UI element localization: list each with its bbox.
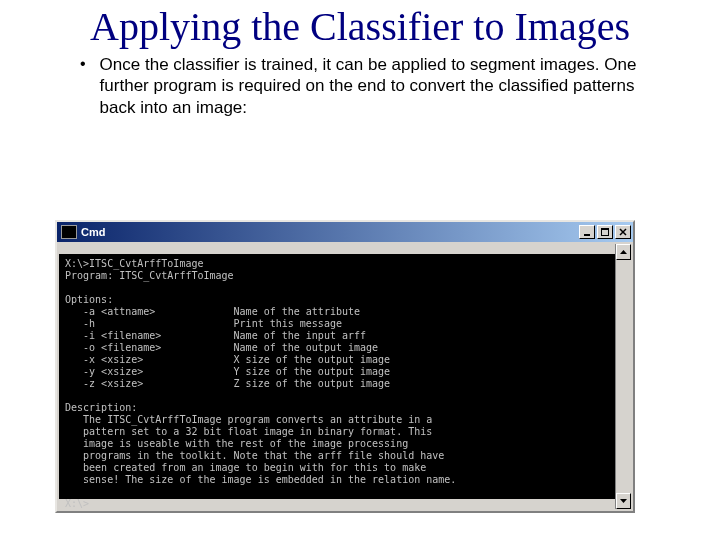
scrollbar[interactable] <box>615 244 631 509</box>
bullet-marker: • <box>80 54 86 74</box>
svg-rect-0 <box>584 234 590 236</box>
svg-rect-2 <box>601 228 609 230</box>
close-button[interactable] <box>615 225 631 239</box>
svg-marker-6 <box>620 499 627 503</box>
cmd-titlebar: Cmd <box>57 222 633 242</box>
svg-marker-5 <box>620 250 627 254</box>
cmd-title-text: Cmd <box>81 226 579 238</box>
bullet-text: Once the classifier is trained, it can b… <box>100 54 650 118</box>
window-controls <box>579 225 631 239</box>
cmd-system-icon[interactable] <box>61 225 77 239</box>
cmd-window: Cmd X:\>ITSC_CvtArffToImage Program: ITS… <box>55 220 635 513</box>
bullet-item: • Once the classifier is trained, it can… <box>80 54 650 118</box>
slide: Applying the Classifier to Images • Once… <box>0 0 720 540</box>
maximize-button[interactable] <box>597 225 613 239</box>
minimize-button[interactable] <box>579 225 595 239</box>
scroll-up-button[interactable] <box>616 244 631 260</box>
scroll-down-button[interactable] <box>616 493 631 509</box>
slide-title: Applying the Classifier to Images <box>0 0 720 50</box>
bullet-block: • Once the classifier is trained, it can… <box>0 50 720 118</box>
cmd-output: X:\>ITSC_CvtArffToImage Program: ITSC_Cv… <box>59 254 631 499</box>
